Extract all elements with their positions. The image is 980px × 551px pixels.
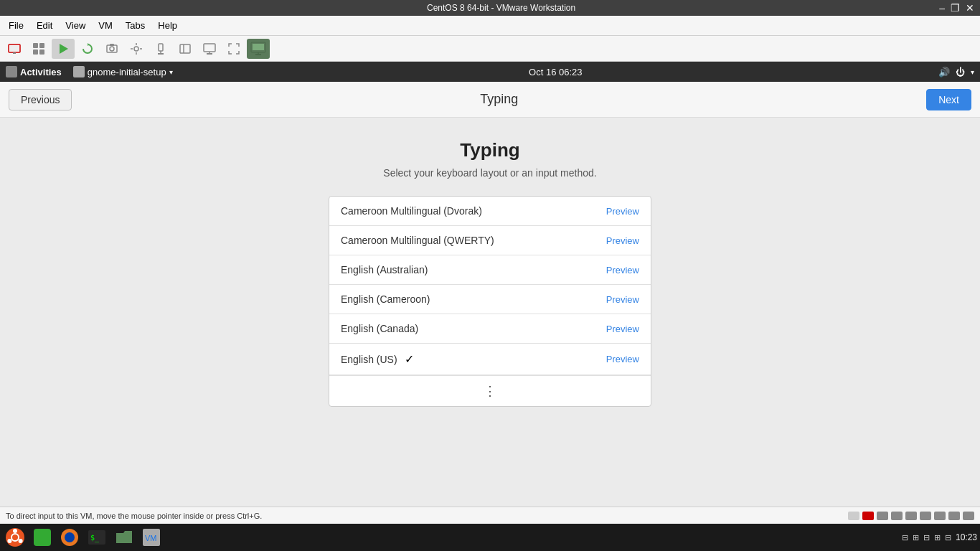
preview-link-4[interactable]: Preview	[606, 324, 639, 334]
svg-point-29	[7, 539, 11, 543]
gnome-bar: Activities gnome-initial-setup ▾ Oct 16 …	[0, 62, 980, 82]
toolbar-vm-screen-icon[interactable]	[247, 39, 270, 59]
status-icon-7	[934, 512, 946, 520]
taskbar-display-icon: ⊟	[945, 533, 951, 542]
menu-help[interactable]: Help	[152, 19, 183, 32]
taskbar-network-icon: ⊟	[902, 533, 908, 542]
previous-button[interactable]: Previous	[9, 89, 72, 110]
keyboard-list: Cameroon Multilingual (Dvorak) Preview C…	[329, 196, 651, 407]
close-button[interactable]: ✕	[966, 2, 974, 14]
svg-rect-18	[204, 44, 215, 52]
item-left-0: Cameroon Multilingual (Dvorak)	[341, 205, 482, 217]
status-icon-5	[905, 512, 917, 520]
preview-link-2[interactable]: Preview	[606, 265, 639, 276]
status-bar: To direct input to this VM, move the mou…	[0, 507, 980, 524]
keyboard-item-1[interactable]: Cameroon Multilingual (QWERTY) Preview	[329, 226, 651, 255]
svg-rect-11	[110, 44, 114, 46]
keyboard-item-3[interactable]: English (Cameroon) Preview	[329, 285, 651, 314]
toolbar-snapshot-icon[interactable]	[100, 39, 123, 59]
svg-point-10	[110, 47, 114, 51]
keyboard-item-0[interactable]: Cameroon Multilingual (Dvorak) Preview	[329, 197, 651, 226]
gnome-activities[interactable]: Activities	[6, 66, 62, 77]
item-left-3: English (Cameroon)	[341, 293, 430, 305]
vm-content: Activities gnome-initial-setup ▾ Oct 16 …	[0, 62, 980, 507]
restore-button[interactable]: ❐	[951, 2, 960, 14]
keyboard-item-2[interactable]: English (Australian) Preview	[329, 255, 651, 285]
preview-link-0[interactable]: Preview	[606, 206, 639, 217]
toolbar-play-icon[interactable]	[52, 39, 75, 59]
svg-rect-6	[39, 50, 44, 55]
system-taskbar: $_ VM ⊟ ⊞ ⊟ ⊞ ⊟ 10:23	[0, 524, 980, 551]
toolbar-sidebar-icon[interactable]	[174, 39, 197, 59]
taskbar-app-files[interactable]	[112, 527, 136, 548]
svg-point-32	[65, 532, 75, 542]
svg-point-12	[134, 47, 138, 51]
taskbar-right: ⊟ ⊞ ⊟ ⊞ ⊟ 10:23	[902, 532, 977, 542]
status-icon-8	[948, 512, 960, 520]
window-title: CentOS 8 64-bit - VMware Workstation	[63, 3, 939, 13]
gnome-tray: 🔊 ⏻ ▾	[938, 67, 974, 77]
layout-name-4: English (Canada)	[341, 323, 418, 334]
toolbar-dashboard-icon[interactable]	[27, 39, 50, 59]
toolbar-refresh-icon[interactable]	[76, 39, 99, 59]
svg-marker-7	[60, 44, 68, 54]
layout-name-1: Cameroon Multilingual (QWERTY)	[341, 235, 494, 246]
svg-rect-13	[159, 44, 163, 51]
status-icon-6	[920, 512, 931, 520]
main-content: Typing Select your keyboard layout or an…	[0, 118, 980, 507]
toolbar	[0, 36, 980, 62]
toolbar-fullscreen-icon[interactable]	[222, 39, 245, 59]
toolbar-usb-icon[interactable]	[149, 39, 172, 59]
status-icon-2	[862, 512, 874, 520]
taskbar-app-ubuntu[interactable]	[3, 527, 27, 548]
preview-link-1[interactable]: Preview	[606, 235, 639, 246]
app-menu-label: gnome-initial-setup	[88, 67, 166, 77]
tray-arrow[interactable]: ▾	[971, 68, 974, 76]
main-subtitle: Select your keyboard layout or an input …	[383, 167, 596, 179]
gnome-app-menu[interactable]: gnome-initial-setup ▾	[73, 66, 173, 77]
keyboard-item-5[interactable]: English (US) ✓ Preview	[329, 344, 651, 375]
status-text: To direct input to this VM, move the mou…	[6, 512, 262, 520]
preview-link-5[interactable]: Preview	[606, 354, 639, 364]
taskbar-app-green[interactable]	[30, 527, 55, 548]
more-dots-icon: ⋮	[484, 383, 496, 399]
sound-icon[interactable]: 🔊	[938, 67, 950, 77]
title-bar: CentOS 8 64-bit - VMware Workstation – ❐…	[0, 0, 980, 16]
item-left-2: English (Australian)	[341, 264, 428, 276]
menu-file[interactable]: File	[3, 19, 29, 32]
svg-rect-22	[253, 44, 264, 50]
svg-rect-2	[13, 52, 16, 54]
taskbar-app-terminal[interactable]: $_	[85, 527, 109, 548]
status-icon-3	[877, 512, 888, 520]
menu-edit[interactable]: Edit	[31, 19, 58, 32]
toolbar-settings-icon[interactable]	[125, 39, 148, 59]
svg-point-28	[19, 539, 23, 543]
taskbar-app-vmware[interactable]: VM	[139, 527, 164, 548]
toolbar-monitor-icon[interactable]	[198, 39, 221, 59]
more-options-button[interactable]: ⋮	[329, 375, 651, 406]
svg-rect-30	[34, 529, 51, 546]
taskbar-sound-icon: ⊟	[923, 533, 930, 542]
svg-rect-4	[39, 43, 44, 48]
taskbar-battery-icon: ⊞	[934, 533, 941, 542]
menu-tabs[interactable]: Tabs	[120, 19, 151, 32]
selected-checkmark-5: ✓	[405, 352, 414, 366]
power-icon[interactable]: ⏻	[956, 67, 965, 77]
preview-link-3[interactable]: Preview	[606, 294, 639, 305]
menu-view[interactable]: View	[60, 19, 91, 32]
layout-name-0: Cameroon Multilingual (Dvorak)	[341, 205, 482, 217]
toolbar-vm-icon[interactable]	[3, 39, 26, 59]
keyboard-item-4[interactable]: English (Canada) Preview	[329, 314, 651, 344]
gnome-clock: Oct 16 06:23	[184, 67, 927, 77]
menu-vm[interactable]: VM	[93, 19, 118, 32]
minimize-button[interactable]: –	[939, 2, 945, 14]
svg-rect-16	[180, 44, 190, 53]
svg-text:$_: $_	[90, 534, 100, 542]
taskbar-clock: 10:23	[956, 532, 977, 542]
status-icon-9	[963, 512, 974, 520]
layout-name-3: English (Cameroon)	[341, 293, 430, 305]
next-button[interactable]: Next	[926, 89, 971, 110]
menu-bar: File Edit View VM Tabs Help	[0, 16, 980, 36]
window-controls: – ❐ ✕	[939, 2, 974, 14]
taskbar-app-firefox[interactable]	[57, 527, 82, 548]
